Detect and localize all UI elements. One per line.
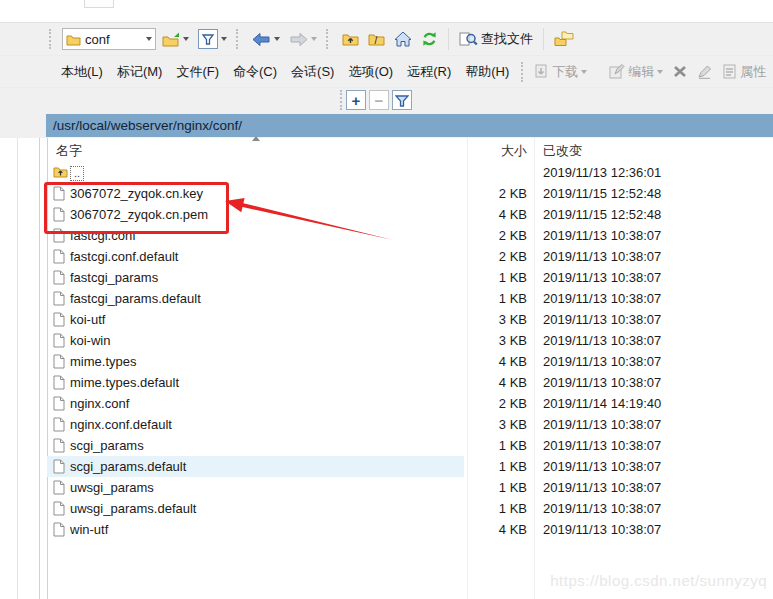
properties-label: 属性: [740, 63, 766, 81]
column-header-changed[interactable]: 已改变: [543, 142, 582, 160]
plus-icon: +: [352, 92, 361, 109]
chevron-down-icon[interactable]: [657, 70, 663, 74]
file-size: 1 KB: [427, 267, 527, 288]
file-name: mime.types.default: [70, 372, 179, 393]
edit-label: 编辑: [628, 63, 654, 81]
file-row[interactable]: fastcgi.conf.default 2 KB 2019/11/13 10:…: [47, 246, 773, 267]
edit-button[interactable]: 编辑: [606, 61, 666, 83]
folder-icon: [66, 33, 81, 46]
home-directory-button[interactable]: [391, 29, 415, 49]
file-row[interactable]: uwsgi_params 1 KB 2019/11/13 10:38:07: [47, 477, 773, 498]
file-row[interactable]: uwsgi_params.default 1 KB 2019/11/13 10:…: [47, 498, 773, 519]
file-row[interactable]: mime.types 4 KB 2019/11/13 10:38:07: [47, 351, 773, 372]
folder-up-icon: [342, 32, 359, 46]
chevron-down-icon[interactable]: [274, 37, 280, 41]
delete-button[interactable]: [670, 63, 690, 80]
chevron-down-icon[interactable]: [311, 37, 317, 41]
home-icon: [394, 31, 412, 47]
directory-combobox-value: conf: [85, 32, 142, 47]
file-size: 1 KB: [427, 477, 527, 498]
synchronize-browsing-button[interactable]: [551, 29, 577, 49]
toolbar-grip[interactable]: [521, 62, 523, 82]
root-directory-button[interactable]: /: [365, 30, 388, 48]
file-size: 1 KB: [427, 456, 527, 477]
apply-filter-button[interactable]: [392, 90, 412, 110]
properties-button[interactable]: 属性: [719, 61, 769, 83]
forward-button[interactable]: [286, 30, 320, 49]
chevron-down-icon[interactable]: [183, 37, 189, 41]
file-row[interactable]: nginx.conf 2 KB 2019/11/14 14:19:40: [47, 393, 773, 414]
file-changed: 2019/11/13 10:38:07: [543, 225, 661, 246]
file-icon: [53, 459, 65, 477]
file-row[interactable]: mime.types.default 4 KB 2019/11/13 10:38…: [47, 372, 773, 393]
refresh-button[interactable]: [418, 29, 441, 49]
back-button[interactable]: [249, 30, 283, 49]
menu-local[interactable]: 本地(L): [56, 60, 108, 84]
file-row[interactable]: koi-utf 3 KB 2019/11/13 10:38:07: [47, 309, 773, 330]
chevron-down-icon[interactable]: [221, 37, 227, 41]
find-files-button[interactable]: 查找文件: [456, 28, 536, 50]
folder-up-icon: [53, 165, 68, 181]
parent-directory-button[interactable]: [339, 30, 362, 48]
parent-directory-row[interactable]: .. 2019/11/13 12:36:01: [47, 162, 773, 183]
toolbar-grip[interactable]: [49, 29, 56, 49]
file-row[interactable]: koi-win 3 KB 2019/11/13 10:38:07: [47, 330, 773, 351]
file-size: 2 KB: [427, 225, 527, 246]
file-row[interactable]: fastcgi.conf 2 KB 2019/11/13 10:38:07: [47, 225, 773, 246]
file-name: fastcgi_params.default: [70, 288, 201, 309]
file-name: 3067072_zyqok.cn.key: [70, 183, 203, 204]
file-icon: [53, 354, 65, 372]
file-icon: [53, 186, 65, 204]
chevron-down-icon[interactable]: [146, 37, 152, 41]
menu-remote[interactable]: 远程(R): [402, 60, 456, 84]
menu-options[interactable]: 选项(O): [343, 60, 398, 84]
file-icon: [53, 228, 65, 246]
file-changed: 2019/11/13 10:38:07: [543, 267, 661, 288]
remove-filter-button[interactable]: −: [369, 90, 389, 110]
rename-button[interactable]: [694, 63, 715, 81]
file-row[interactable]: fastcgi_params 1 KB 2019/11/13 10:38:07: [47, 267, 773, 288]
filter-button[interactable]: [195, 27, 230, 51]
file-name: 3067072_zyqok.cn.pem: [70, 204, 208, 225]
toolbar-grip[interactable]: [326, 29, 333, 49]
file-name: nginx.conf: [70, 393, 129, 414]
add-filter-button[interactable]: +: [346, 90, 366, 110]
download-button[interactable]: 下载: [530, 61, 590, 83]
file-row[interactable]: 3067072_zyqok.cn.pem 4 KB 2019/11/15 12:…: [47, 204, 773, 225]
file-changed: 2019/11/13 10:38:07: [543, 309, 661, 330]
column-header-name[interactable]: 名字: [56, 142, 82, 160]
forward-arrow-icon: [289, 32, 308, 47]
menu-command[interactable]: 命令(C): [228, 60, 282, 84]
file-row[interactable]: win-utf 4 KB 2019/11/13 10:38:07: [47, 519, 773, 540]
chevron-down-icon[interactable]: [581, 70, 587, 74]
file-name: fastcgi_params: [70, 267, 158, 288]
file-icon: [53, 396, 65, 414]
file-icon: [53, 207, 65, 225]
minus-icon: −: [375, 92, 384, 109]
toolbar-grip[interactable]: [236, 29, 243, 49]
file-row[interactable]: nginx.conf.default 3 KB 2019/11/13 10:38…: [47, 414, 773, 435]
file-row[interactable]: 3067072_zyqok.cn.key 2 KB 2019/11/15 12:…: [47, 183, 773, 204]
open-directory-button[interactable]: [159, 30, 192, 49]
menu-session[interactable]: 会话(S): [286, 60, 339, 84]
remote-path-bar[interactable]: /usr/local/webserver/nginx/conf/: [46, 114, 773, 137]
directory-combobox[interactable]: conf: [62, 28, 156, 50]
rename-pencil-icon: [697, 65, 712, 79]
toolbar-separator: [543, 28, 544, 50]
sync-folders-icon: [554, 31, 574, 47]
file-size: 2 KB: [427, 393, 527, 414]
column-header-size[interactable]: 大小: [427, 142, 527, 160]
file-row[interactable]: fastcgi_params.default 1 KB 2019/11/13 1…: [47, 288, 773, 309]
menu-file[interactable]: 文件(F): [171, 60, 224, 84]
file-size: 2 KB: [427, 246, 527, 267]
parent-directory-changed: 2019/11/13 12:36:01: [543, 162, 661, 183]
file-icon: [53, 438, 65, 456]
parent-directory-label[interactable]: ..: [70, 166, 84, 181]
watermark-text: https://blog.csdn.net/sunnyzyq: [550, 572, 767, 589]
menu-help[interactable]: 帮助(H): [460, 60, 514, 84]
menu-mark[interactable]: 标记(M): [112, 60, 168, 84]
file-row[interactable]: scgi_params 1 KB 2019/11/13 10:38:07: [47, 435, 773, 456]
file-size: 1 KB: [427, 498, 527, 519]
file-changed: 2019/11/14 14:19:40: [543, 393, 661, 414]
file-row[interactable]: scgi_params.default 1 KB 2019/11/13 10:3…: [47, 456, 773, 477]
